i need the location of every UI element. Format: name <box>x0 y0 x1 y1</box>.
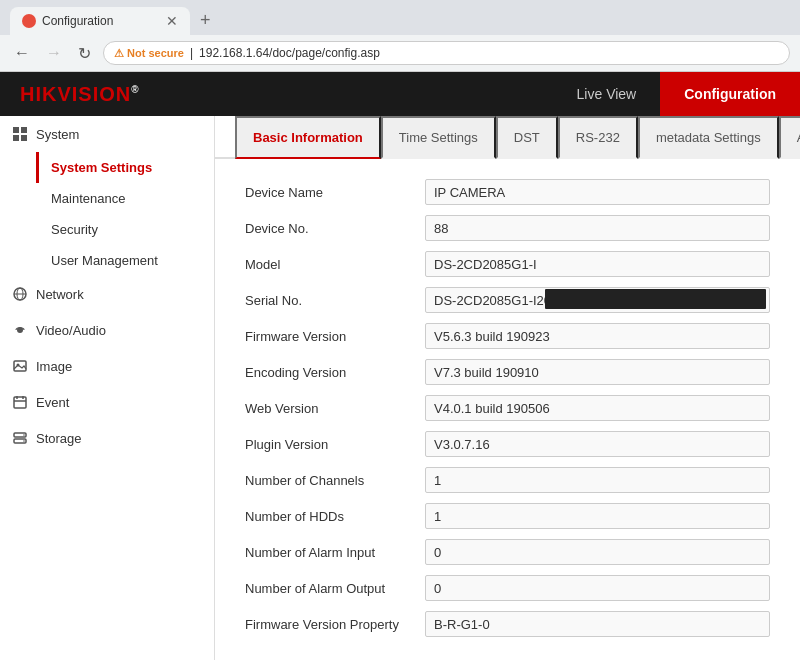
tab-about[interactable]: About <box>779 116 800 159</box>
sidebar-header-system[interactable]: System <box>0 116 214 152</box>
form-row-firmware-property: Firmware Version Property <box>245 611 770 637</box>
sidebar-system-label: System <box>36 127 79 142</box>
sidebar-image-label: Image <box>36 359 72 374</box>
form-row-alarm-output: Number of Alarm Output <box>245 575 770 601</box>
nav-configuration[interactable]: Configuration <box>660 72 800 116</box>
form-row-firmware-version: Firmware Version <box>245 323 770 349</box>
input-plugin-version[interactable] <box>425 431 770 457</box>
form-row-device-no: Device No. <box>245 215 770 241</box>
url-text: 192.168.1.64/doc/page/config.asp <box>199 46 380 60</box>
tab-metadata-settings[interactable]: metadata Settings <box>638 116 779 159</box>
svg-rect-3 <box>21 135 27 141</box>
label-device-no: Device No. <box>245 221 425 236</box>
form-area: Device Name Device No. Model Serial No. … <box>215 159 800 660</box>
tab-navigation: Basic Information Time Settings DST RS-2… <box>215 116 800 159</box>
sidebar-header-storage[interactable]: Storage <box>0 420 214 456</box>
tab-basic-information[interactable]: Basic Information <box>235 116 381 159</box>
main-layout: System System Settings Maintenance Secur… <box>0 116 800 660</box>
label-model: Model <box>245 257 425 272</box>
image-icon <box>12 358 28 374</box>
label-web-version: Web Version <box>245 401 425 416</box>
sidebar-item-user-management[interactable]: User Management <box>36 245 214 276</box>
label-alarm-input: Number of Alarm Input <box>245 545 425 560</box>
content-area: Basic Information Time Settings DST RS-2… <box>215 116 800 660</box>
audio-icon <box>12 322 28 338</box>
input-model[interactable] <box>425 251 770 277</box>
sidebar-section-network: Network <box>0 276 214 312</box>
refresh-button[interactable]: ↻ <box>74 42 95 65</box>
grid-icon <box>12 126 28 142</box>
browser-tab[interactable]: Configuration ✕ <box>10 7 190 35</box>
address-bar: ← → ↻ ⚠ Not secure | 192.168.1.64/doc/pa… <box>0 35 800 71</box>
network-icon <box>12 286 28 302</box>
sidebar-header-network[interactable]: Network <box>0 276 214 312</box>
input-encoding-version[interactable] <box>425 359 770 385</box>
sidebar-header-event[interactable]: Event <box>0 384 214 420</box>
input-firmware-version[interactable] <box>425 323 770 349</box>
sidebar-header-image[interactable]: Image <box>0 348 214 384</box>
nav-live-view[interactable]: Live View <box>553 72 661 116</box>
input-alarm-output[interactable] <box>425 575 770 601</box>
form-row-plugin-version: Plugin Version <box>245 431 770 457</box>
sidebar-section-event: Event <box>0 384 214 420</box>
label-encoding-version: Encoding Version <box>245 365 425 380</box>
app-logo: HIKVISION® <box>0 83 160 106</box>
input-device-no[interactable] <box>425 215 770 241</box>
tab-favicon <box>22 14 36 28</box>
label-firmware-version: Firmware Version <box>245 329 425 344</box>
url-bar[interactable]: ⚠ Not secure | 192.168.1.64/doc/page/con… <box>103 41 790 65</box>
storage-icon <box>12 430 28 446</box>
form-row-channels: Number of Channels <box>245 467 770 493</box>
label-device-name: Device Name <box>245 185 425 200</box>
sidebar-item-system-settings[interactable]: System Settings <box>36 152 214 183</box>
sidebar-item-security[interactable]: Security <box>36 214 214 245</box>
sidebar-header-video-audio[interactable]: Video/Audio <box>0 312 214 348</box>
sidebar-system-sub: System Settings Maintenance Security Use… <box>0 152 214 276</box>
svg-rect-10 <box>14 397 26 408</box>
tab-time-settings[interactable]: Time Settings <box>381 116 496 159</box>
sidebar-storage-label: Storage <box>36 431 82 446</box>
label-serial-no: Serial No. <box>245 293 425 308</box>
new-tab-button[interactable]: + <box>192 6 219 35</box>
svg-rect-1 <box>21 127 27 133</box>
app-header: HIKVISION® Live View Configuration <box>0 72 800 116</box>
input-hdds[interactable] <box>425 503 770 529</box>
tab-title: Configuration <box>42 14 113 28</box>
main-nav: Live View Configuration <box>553 72 800 116</box>
label-plugin-version: Plugin Version <box>245 437 425 452</box>
form-row-alarm-input: Number of Alarm Input <box>245 539 770 565</box>
sidebar-section-video-audio: Video/Audio <box>0 312 214 348</box>
sidebar: System System Settings Maintenance Secur… <box>0 116 215 660</box>
svg-point-16 <box>23 434 25 436</box>
svg-rect-2 <box>13 135 19 141</box>
input-firmware-property[interactable] <box>425 611 770 637</box>
label-alarm-output: Number of Alarm Output <box>245 581 425 596</box>
tab-bar: Configuration ✕ + <box>0 0 800 35</box>
form-row-device-name: Device Name <box>245 179 770 205</box>
sidebar-section-storage: Storage <box>0 420 214 456</box>
input-alarm-input[interactable] <box>425 539 770 565</box>
svg-rect-0 <box>13 127 19 133</box>
sidebar-section-system: System System Settings Maintenance Secur… <box>0 116 214 276</box>
sidebar-item-maintenance[interactable]: Maintenance <box>36 183 214 214</box>
event-icon <box>12 394 28 410</box>
not-secure-label: ⚠ Not secure <box>114 47 184 60</box>
tab-rs232[interactable]: RS-232 <box>558 116 638 159</box>
url-separator: | <box>190 46 193 60</box>
back-button[interactable]: ← <box>10 42 34 64</box>
label-channels: Number of Channels <box>245 473 425 488</box>
input-web-version[interactable] <box>425 395 770 421</box>
svg-point-17 <box>23 440 25 442</box>
tab-dst[interactable]: DST <box>496 116 558 159</box>
sidebar-section-image: Image <box>0 348 214 384</box>
input-channels[interactable] <box>425 467 770 493</box>
tab-close-btn[interactable]: ✕ <box>166 13 178 29</box>
input-device-name[interactable] <box>425 179 770 205</box>
label-firmware-property: Firmware Version Property <box>245 617 425 632</box>
form-row-encoding-version: Encoding Version <box>245 359 770 385</box>
form-row-hdds: Number of HDDs <box>245 503 770 529</box>
browser-chrome: Configuration ✕ + ← → ↻ ⚠ Not secure | 1… <box>0 0 800 72</box>
form-row-model: Model <box>245 251 770 277</box>
forward-button[interactable]: → <box>42 42 66 64</box>
sidebar-video-audio-label: Video/Audio <box>36 323 106 338</box>
